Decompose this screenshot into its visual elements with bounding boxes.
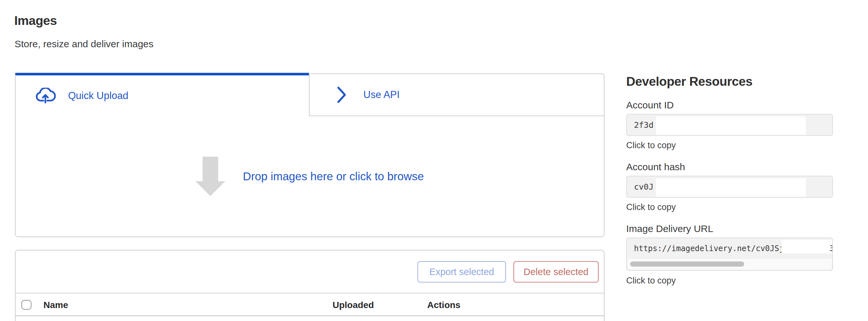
tab-use-api-label: Use API: [363, 89, 400, 101]
account-id-group: Account ID 2f3d Click to copy: [626, 100, 833, 150]
account-id-value: 2f3d: [634, 120, 653, 130]
account-hash-field[interactable]: cv0J: [626, 176, 833, 198]
account-id-copy-hint: Click to copy: [626, 140, 833, 150]
delete-selected-button[interactable]: Delete selected: [514, 261, 599, 283]
tab-quick-upload[interactable]: Quick Upload: [15, 73, 309, 116]
redaction-overlay: [781, 240, 832, 253]
image-delivery-url-field[interactable]: https://imagedelivery.net/cv0JSj 3: [626, 238, 833, 271]
developer-resources-sidebar: Developer Resources Account ID 2f3d Clic…: [626, 74, 833, 286]
url-clipped-char: 3: [830, 244, 832, 253]
column-header-uploaded: Uploaded: [333, 300, 374, 310]
page-title: Images: [14, 13, 57, 28]
select-all-checkbox[interactable]: [21, 300, 31, 310]
image-delivery-url-copy-hint: Click to copy: [626, 276, 833, 286]
table-header-row: Name Uploaded Actions: [16, 293, 604, 316]
column-header-actions: Actions: [427, 300, 461, 310]
account-hash-value: cv0J: [634, 182, 653, 191]
chevron-right-icon: [336, 86, 347, 104]
column-header-name: Name: [43, 300, 68, 310]
drop-zone-label: Drop images here or click to browse: [243, 170, 424, 183]
url-text-row: https://imagedelivery.net/cv0JSj 3: [627, 238, 832, 259]
images-page: Images Store, resize and deliver images …: [0, 0, 868, 321]
account-id-field[interactable]: 2f3d: [626, 114, 833, 136]
horizontal-scrollbar-thumb[interactable]: [630, 261, 744, 266]
redaction-overlay: [656, 178, 806, 197]
page-subtitle: Store, resize and deliver images: [14, 38, 154, 49]
account-id-label: Account ID: [626, 100, 833, 111]
image-list-panel: Export selected Delete selected Name Upl…: [15, 250, 604, 321]
account-hash-label: Account hash: [626, 162, 833, 173]
list-actions-row: Export selected Delete selected: [16, 250, 604, 293]
account-hash-group: Account hash cv0J Click to copy: [626, 162, 833, 212]
sidebar-title: Developer Resources: [626, 74, 833, 89]
account-hash-copy-hint: Click to copy: [626, 202, 833, 212]
upload-tabs-panel: Quick Upload Use API Drop images here or…: [15, 73, 604, 237]
cloud-upload-icon: [35, 88, 56, 104]
horizontal-scrollbar-track: [627, 258, 832, 270]
image-delivery-url-group: Image Delivery URL https://imagedelivery…: [626, 223, 833, 286]
image-drop-zone[interactable]: Drop images here or click to browse: [15, 116, 604, 237]
export-selected-button[interactable]: Export selected: [417, 261, 506, 283]
tab-quick-upload-label: Quick Upload: [68, 90, 128, 102]
image-delivery-url-label: Image Delivery URL: [626, 223, 833, 234]
arrow-down-icon: [195, 156, 225, 196]
image-delivery-url-value: https://imagedelivery.net/cv0JSj: [634, 244, 784, 253]
tab-use-api[interactable]: Use API: [309, 73, 604, 116]
redaction-overlay: [656, 116, 806, 135]
